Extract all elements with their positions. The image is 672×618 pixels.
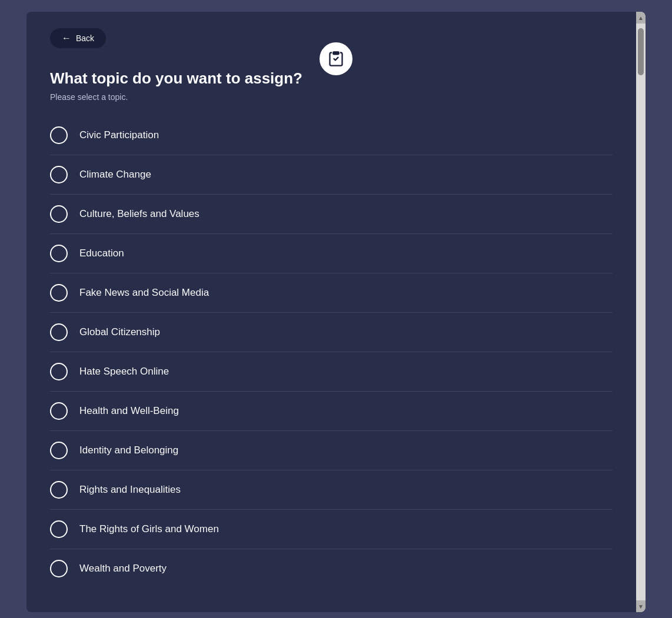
radio-button[interactable] bbox=[50, 166, 68, 183]
radio-button[interactable] bbox=[50, 363, 68, 380]
scroll-down-button[interactable]: ▼ bbox=[636, 600, 646, 612]
scroll-thumb[interactable] bbox=[638, 28, 644, 75]
page-subtitle: Please select a topic. bbox=[50, 92, 613, 102]
topic-item[interactable]: Rights and Inequalities bbox=[50, 470, 613, 510]
topic-label: Civic Participation bbox=[79, 129, 159, 141]
topic-label: The Rights of Girls and Women bbox=[79, 523, 219, 535]
topic-item[interactable]: The Rights of Girls and Women bbox=[50, 510, 613, 549]
topic-item[interactable]: Hate Speech Online bbox=[50, 352, 613, 392]
topic-label: Rights and Inequalities bbox=[79, 484, 181, 496]
topic-item[interactable]: Culture, Beliefs and Values bbox=[50, 195, 613, 234]
back-button[interactable]: ← Back bbox=[50, 28, 106, 48]
radio-button[interactable] bbox=[50, 560, 68, 577]
topic-item[interactable]: Global Citizenship bbox=[50, 313, 613, 352]
radio-button[interactable] bbox=[50, 245, 68, 262]
radio-button[interactable] bbox=[50, 520, 68, 538]
topic-item[interactable]: Wealth and Poverty bbox=[50, 549, 613, 588]
scroll-up-button[interactable]: ▲ bbox=[636, 12, 646, 24]
topic-item[interactable]: Identity and Belonging bbox=[50, 431, 613, 470]
topic-item[interactable]: Climate Change bbox=[50, 155, 613, 195]
modal-container: ← Back What topic do you want to assign?… bbox=[26, 12, 646, 612]
back-arrow-icon: ← bbox=[62, 33, 71, 44]
topic-item[interactable]: Health and Well-Being bbox=[50, 392, 613, 431]
topic-label: Global Citizenship bbox=[79, 326, 160, 338]
scrollable-content[interactable]: ← Back What topic do you want to assign?… bbox=[26, 12, 636, 612]
radio-button[interactable] bbox=[50, 442, 68, 459]
topic-label: Identity and Belonging bbox=[79, 445, 178, 456]
radio-button[interactable] bbox=[50, 323, 68, 341]
radio-button[interactable] bbox=[50, 402, 68, 420]
topic-list: Civic ParticipationClimate ChangeCulture… bbox=[50, 116, 613, 588]
topic-item[interactable]: Civic Participation bbox=[50, 116, 613, 155]
topic-label: Climate Change bbox=[79, 169, 151, 181]
radio-button[interactable] bbox=[50, 284, 68, 302]
topic-item[interactable]: Fake News and Social Media bbox=[50, 273, 613, 313]
topic-item[interactable]: Education bbox=[50, 234, 613, 273]
page-background: ← Back What topic do you want to assign?… bbox=[0, 0, 672, 618]
topic-label: Health and Well-Being bbox=[79, 405, 179, 417]
radio-button[interactable] bbox=[50, 205, 68, 223]
back-button-label: Back bbox=[76, 34, 94, 43]
topic-label: Fake News and Social Media bbox=[79, 287, 209, 299]
radio-button[interactable] bbox=[50, 126, 68, 144]
topic-label: Culture, Beliefs and Values bbox=[79, 208, 199, 220]
radio-button[interactable] bbox=[50, 481, 68, 499]
page-title: What topic do you want to assign? bbox=[50, 69, 613, 88]
modal: ← Back What topic do you want to assign?… bbox=[26, 12, 646, 612]
topic-label: Wealth and Poverty bbox=[79, 563, 167, 574]
scrollbar[interactable]: ▲ ▼ bbox=[636, 12, 646, 612]
topic-label: Hate Speech Online bbox=[79, 366, 169, 378]
topic-label: Education bbox=[79, 248, 124, 259]
